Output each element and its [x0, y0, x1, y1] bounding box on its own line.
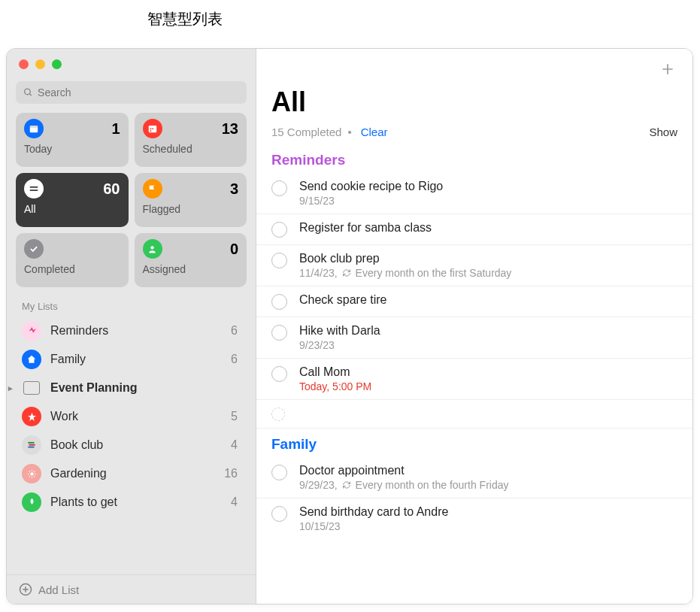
completed-icon — [24, 239, 44, 259]
main-pane: All 15 Completed • Clear Show RemindersS… — [256, 49, 692, 604]
search-input[interactable] — [38, 86, 239, 98]
list-row-gardening[interactable]: Gardening16 — [7, 459, 256, 488]
list-name: Plants to get — [50, 495, 117, 509]
reminder-radio[interactable] — [271, 366, 287, 382]
smart-count: 13 — [222, 120, 238, 138]
reminder-radio[interactable] — [271, 465, 287, 480]
show-button[interactable]: Show — [649, 126, 677, 138]
reminder-item[interactable]: Call MomToday, 5:00 PM — [256, 359, 692, 400]
list-row-plants-to-get[interactable]: Plants to get4 — [7, 488, 256, 517]
smart-label: All — [24, 203, 120, 215]
reminder-item[interactable]: Send birthday card to Andre10/15/23 — [256, 498, 692, 539]
smart-card-scheduled[interactable]: 13Scheduled — [135, 113, 247, 167]
close-button[interactable] — [19, 59, 29, 69]
reminder-title: Send birthday card to Andre — [299, 505, 448, 519]
list-row-event-planning[interactable]: ▸Event Planning — [7, 374, 256, 402]
svg-line-19 — [34, 471, 35, 471]
reminder-radio[interactable] — [271, 180, 287, 196]
new-reminder-row[interactable] — [256, 400, 692, 429]
smart-count: 1 — [111, 120, 120, 138]
svg-point-11 — [30, 472, 33, 475]
reminder-item[interactable]: Book club prep11/4/23, Every month on th… — [256, 245, 692, 286]
repeat-icon — [342, 480, 351, 489]
smart-count: 60 — [103, 180, 120, 198]
svg-line-16 — [29, 471, 29, 471]
scheduled-icon — [143, 119, 162, 138]
list-name: Reminders — [50, 324, 108, 338]
minimize-button[interactable] — [35, 59, 45, 69]
svg-line-18 — [29, 476, 29, 477]
reminder-meta: 9/23/23 — [299, 339, 380, 351]
reminder-item[interactable]: Hike with Darla9/23/23 — [256, 317, 692, 359]
reminder-item[interactable]: Send cookie recipe to Rigo9/15/23 — [256, 173, 692, 214]
search-icon — [23, 87, 33, 98]
reminder-title: Send cookie recipe to Rigo — [299, 180, 443, 193]
list-icon — [22, 321, 41, 341]
reminder-title: Check spare tire — [299, 293, 387, 307]
smart-lists: 41Today13Scheduled60All3FlaggedCompleted… — [7, 108, 256, 290]
smart-label: Today — [24, 143, 120, 155]
completed-count: 15 Completed — [271, 126, 341, 138]
smart-card-all[interactable]: 60All — [16, 173, 129, 227]
reminder-meta: Today, 5:00 PM — [299, 380, 371, 392]
add-list-label: Add List — [38, 583, 79, 596]
svg-line-17 — [34, 476, 35, 477]
section-header-family: Family — [256, 429, 692, 457]
reminder-radio[interactable] — [271, 222, 287, 238]
window-controls — [7, 49, 256, 77]
list-name: Family — [50, 353, 86, 366]
smart-card-assigned[interactable]: 0Assigned — [135, 233, 247, 287]
smart-card-completed[interactable]: Completed — [16, 233, 129, 287]
reminder-title: Book club prep — [299, 252, 511, 265]
list-name: Book club — [50, 438, 103, 452]
svg-rect-6 — [150, 128, 151, 129]
list-row-reminders[interactable]: Reminders6 — [7, 317, 256, 345]
search-field[interactable] — [16, 81, 247, 104]
reminder-title: Hike with Darla — [299, 324, 380, 338]
svg-point-9 — [150, 246, 153, 249]
reminder-title: Register for samba class — [299, 221, 432, 235]
list-count: 6 — [231, 353, 241, 366]
list-icon — [22, 492, 41, 512]
maximize-button[interactable] — [52, 59, 62, 69]
completed-bar: 15 Completed • Clear Show — [256, 118, 692, 144]
app-window: 41Today13Scheduled60All3FlaggedCompleted… — [6, 48, 693, 604]
add-list-button[interactable]: Add List — [7, 574, 256, 604]
lists: Reminders6Family6▸Event PlanningWork5Boo… — [7, 317, 256, 574]
reminder-radio[interactable] — [271, 506, 287, 522]
list-name: Gardening — [50, 467, 107, 480]
smart-card-flagged[interactable]: 3Flagged — [135, 173, 247, 227]
reminder-radio[interactable] — [271, 253, 287, 268]
new-reminder-radio[interactable] — [271, 407, 285, 421]
list-row-work[interactable]: Work5 — [7, 402, 256, 431]
clear-button[interactable]: Clear — [361, 126, 388, 138]
chevron-right-icon: ▸ — [8, 383, 13, 393]
section-header-reminders: Reminders — [256, 144, 692, 173]
list-name: Event Planning — [50, 381, 138, 395]
smart-card-today[interactable]: 41Today — [16, 113, 129, 167]
smart-label: Completed — [24, 263, 120, 275]
assigned-icon — [143, 239, 162, 259]
reminder-item[interactable]: Check spare tire — [256, 286, 692, 317]
reminder-radio[interactable] — [271, 325, 287, 341]
repeat-icon — [342, 268, 351, 277]
smart-label: Flagged — [143, 203, 239, 215]
list-icon — [22, 464, 41, 483]
my-lists-header: My Lists — [7, 290, 256, 317]
reminder-title: Doctor appointment — [299, 464, 508, 477]
folder-icon — [22, 378, 41, 398]
reminder-item[interactable]: Doctor appointment9/29/23, Every month o… — [256, 457, 692, 498]
reminder-meta: 10/15/23 — [299, 520, 448, 532]
svg-rect-7 — [152, 128, 153, 129]
smart-count: 0 — [230, 241, 238, 258]
page-title: All — [271, 86, 677, 118]
list-icon — [22, 435, 41, 455]
list-count: 16 — [224, 467, 241, 480]
reminder-item[interactable]: Register for samba class — [256, 214, 692, 245]
list-row-book-club[interactable]: Book club4 — [7, 431, 256, 459]
all-icon — [24, 179, 44, 198]
add-reminder-button[interactable] — [656, 58, 679, 80]
reminder-radio[interactable] — [271, 294, 287, 310]
today-icon: 4 — [24, 119, 44, 138]
list-row-family[interactable]: Family6 — [7, 345, 256, 374]
